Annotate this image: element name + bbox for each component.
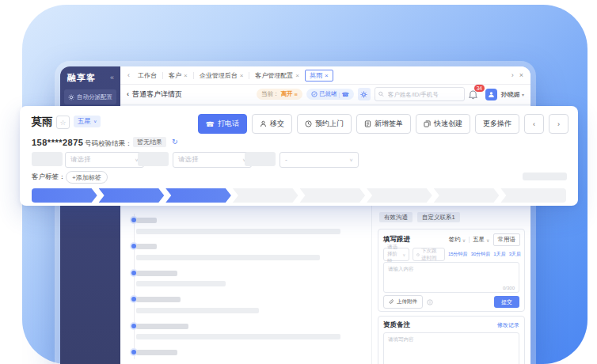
search-input[interactable] bbox=[386, 90, 461, 99]
settings-button[interactable] bbox=[358, 88, 371, 100]
chevron-down-icon: ∨ bbox=[93, 119, 97, 124]
stage-segment[interactable] bbox=[300, 188, 366, 203]
user-menu[interactable]: 孙晓媚 ▾ bbox=[501, 90, 524, 99]
more-actions-button[interactable]: 更多操作 bbox=[475, 114, 519, 134]
agent-status-selector[interactable]: 当前： 离开 ≡ bbox=[257, 89, 302, 100]
timeline-axis bbox=[134, 214, 135, 359]
add-tag-button[interactable]: +添加标签 bbox=[66, 171, 108, 184]
breadcrumb[interactable]: ‹ 普通客户详情页 bbox=[127, 89, 182, 100]
field-label-placeholder bbox=[245, 152, 276, 166]
tab-close-icon[interactable]: × bbox=[184, 72, 188, 79]
tab-moyu-active[interactable]: 莫雨× bbox=[305, 70, 333, 82]
tag-custom-contact[interactable]: 自定义联系1 bbox=[417, 212, 460, 222]
right-panel-column: 有效沟通 自定义联系1 填写跟进 签约∨ 五星∨ 常用语 请选择阶段∨ 下次跟进… bbox=[371, 206, 530, 364]
sidebar-item-auto-dispatch[interactable]: 自动分派配置 bbox=[64, 89, 116, 104]
customer-header-card: 莫雨 ☆ 五星∨ ☎打电话 移交 预约上门 新增签单 快速创建 更多操作 ‹ ›… bbox=[20, 106, 578, 206]
timeline-entry-title bbox=[136, 297, 181, 302]
quick-time-1day[interactable]: 1天后 bbox=[493, 251, 505, 258]
tab-close-all-icon[interactable]: × bbox=[517, 71, 526, 79]
common-phrases-button[interactable]: 常用语 bbox=[493, 233, 521, 246]
chevron-down-icon: ▾ bbox=[522, 93, 524, 97]
followup-panel: 填写跟进 签约∨ 五星∨ 常用语 请选择阶段∨ 下次跟进时间 15分钟后 30分… bbox=[378, 229, 525, 312]
timeline-entry-title bbox=[136, 350, 177, 355]
tab-close-icon[interactable]: × bbox=[295, 72, 299, 79]
verify-label: 号码校验结果： bbox=[85, 139, 132, 149]
phone-ready-indicator[interactable]: 已就绪 | ☎ bbox=[306, 89, 354, 100]
tab-scroll-right-icon[interactable]: › bbox=[509, 71, 516, 79]
upload-attachment-button[interactable]: 上传附件 bbox=[383, 295, 423, 309]
timeline-entry-text bbox=[136, 229, 340, 234]
tab-close-icon[interactable]: × bbox=[325, 72, 329, 79]
chevron-down-icon: ∨ bbox=[349, 157, 353, 162]
stage-segment[interactable] bbox=[99, 188, 165, 203]
user-icon bbox=[488, 91, 495, 98]
info-icon bbox=[427, 299, 433, 305]
quick-time-30min[interactable]: 30分钟后 bbox=[471, 251, 491, 258]
stage-segment[interactable] bbox=[500, 188, 566, 203]
followup-content-textarea[interactable] bbox=[384, 263, 519, 292]
edit-history-link[interactable]: 修改记录 bbox=[497, 321, 519, 329]
stage-segment[interactable] bbox=[434, 188, 500, 203]
tab-enterprise-admin[interactable]: 企业管理后台× bbox=[195, 70, 249, 82]
transfer-button[interactable]: 移交 bbox=[252, 114, 292, 134]
field-label-placeholder bbox=[32, 152, 63, 166]
clock-icon bbox=[305, 120, 312, 127]
page-title: 普通客户详情页 bbox=[132, 89, 182, 100]
field-select-2[interactable]: 请选择∨ bbox=[173, 152, 252, 168]
status-menu-icon: ≡ bbox=[295, 91, 298, 98]
prev-customer-button[interactable]: ‹ bbox=[524, 114, 544, 134]
remark-textarea[interactable] bbox=[384, 333, 519, 364]
notification-badge: 34 bbox=[474, 85, 485, 92]
tag-valid-communication[interactable]: 有效沟通 bbox=[379, 212, 413, 222]
new-sign-button[interactable]: 新增签单 bbox=[356, 114, 411, 134]
sidebar-collapse-icon[interactable]: « bbox=[110, 74, 114, 82]
appointment-button[interactable]: 预约上门 bbox=[297, 114, 352, 134]
stage-select[interactable]: 请选择阶段∨ bbox=[383, 248, 409, 261]
person-icon bbox=[260, 120, 267, 127]
star-icon: ☆ bbox=[59, 119, 66, 127]
field-select-3[interactable]: -∨ bbox=[279, 152, 359, 168]
timeline-entry-text bbox=[136, 334, 340, 339]
tab-scroll-left-icon[interactable]: ‹ bbox=[125, 71, 132, 79]
timeline-entry-title bbox=[136, 324, 188, 329]
phone-icon: ☎ bbox=[341, 91, 348, 98]
next-followup-time-input[interactable]: 下次跟进时间 bbox=[413, 248, 445, 261]
chevron-left-icon: ‹ bbox=[533, 120, 535, 128]
chevron-down-icon: ∨ bbox=[486, 237, 489, 243]
quick-time-3day[interactable]: 3天后 bbox=[509, 251, 521, 258]
next-customer-button[interactable]: › bbox=[549, 114, 568, 134]
call-button[interactable]: ☎打电话 bbox=[198, 114, 247, 134]
stage-segment[interactable] bbox=[233, 188, 298, 203]
stage-segment[interactable] bbox=[367, 188, 432, 203]
quick-time-15min[interactable]: 15分钟后 bbox=[448, 251, 468, 258]
tags-label: 客户标签： bbox=[32, 173, 66, 182]
followup-result-select[interactable]: 签约∨ bbox=[449, 236, 466, 244]
copy-icon bbox=[424, 120, 431, 127]
clock-icon bbox=[416, 252, 420, 257]
back-icon[interactable]: ‹ bbox=[127, 90, 129, 98]
field-select-1[interactable]: 请选择∨ bbox=[65, 152, 144, 168]
customer-level-select[interactable]: 五星∨ bbox=[74, 116, 101, 127]
chevron-down-icon: ∨ bbox=[462, 237, 466, 243]
stage-segment[interactable] bbox=[32, 188, 97, 203]
global-search[interactable] bbox=[375, 87, 465, 101]
field-label-placeholder bbox=[138, 152, 169, 166]
followup-level-select[interactable]: 五星∨ bbox=[473, 236, 489, 244]
tab-close-icon[interactable]: × bbox=[240, 72, 244, 79]
timeline-entry-title bbox=[136, 271, 177, 276]
tab-customer-config[interactable]: 客户管理配置× bbox=[250, 70, 304, 82]
tab-customer[interactable]: 客户× bbox=[164, 70, 192, 82]
stage-segment[interactable] bbox=[165, 188, 231, 203]
document-icon bbox=[364, 120, 371, 127]
quick-create-button[interactable]: 快速创建 bbox=[416, 114, 470, 134]
stage-progress-bar[interactable] bbox=[32, 188, 566, 203]
avatar[interactable] bbox=[485, 89, 497, 100]
tab-workbench[interactable]: 工作台 bbox=[133, 70, 162, 82]
favorite-star-button[interactable]: ☆ bbox=[56, 116, 70, 129]
timeline-entry-text bbox=[136, 281, 226, 286]
tag-area-placeholder bbox=[523, 173, 567, 180]
refresh-icon[interactable]: ↻ bbox=[172, 138, 178, 146]
app-logo: 融享客 bbox=[67, 72, 96, 84]
notifications-button[interactable]: 34 bbox=[469, 88, 481, 100]
submit-button[interactable]: 提交 bbox=[494, 296, 519, 308]
